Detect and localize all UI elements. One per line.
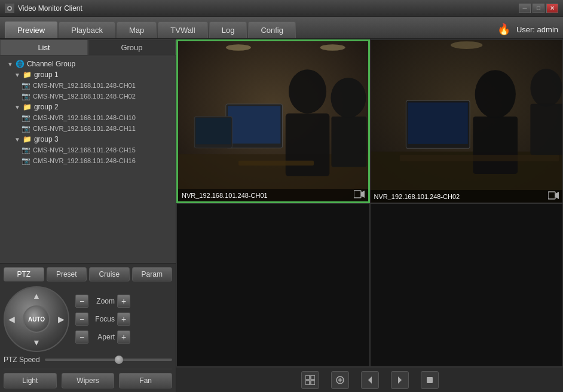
tree-ch16[interactable]: 📷 CMS-NVR_192.168.101.248-CH16: [2, 155, 173, 166]
tree-group-1[interactable]: ▼ 📁 group 1: [2, 69, 173, 80]
close-button[interactable]: ✕: [546, 4, 558, 13]
svg-point-15: [320, 44, 345, 51]
light-button[interactable]: Light: [4, 373, 57, 388]
svg-point-14: [226, 44, 251, 51]
channel-tree[interactable]: ▼ 🌐 Channel Group ▼ 📁 group 1 📷 CMS-NVR_…: [0, 56, 176, 263]
ptz-tab-param[interactable]: Param: [132, 267, 173, 281]
video-cell-ch01[interactable]: NVR_192.168.101.248-CH01: [176, 39, 370, 203]
left-panel: List Group ▼ 🌐 Channel Group ▼ 📁 group 1…: [0, 39, 176, 392]
zoom-plus-button[interactable]: +: [117, 295, 130, 308]
tree-ch10[interactable]: 📷 CMS-NVR_192.168.101.248-CH10: [2, 112, 173, 123]
joy-up-arrow[interactable]: ▲: [32, 291, 41, 301]
svg-marker-18: [361, 191, 365, 198]
svg-point-26: [530, 69, 562, 107]
apert-row: − Apert +: [75, 330, 172, 344]
svg-rect-16: [238, 161, 314, 166]
tab-map[interactable]: Map: [117, 22, 157, 38]
tree-ch15[interactable]: 📷 CMS-NVR_192.168.101.248-CH15: [2, 145, 173, 155]
svg-rect-27: [530, 104, 562, 155]
ch16-label: CMS-NVR_192.168.101.248-CH16: [33, 157, 136, 164]
tab-config[interactable]: Config: [248, 22, 296, 38]
main-layout: List Group ▼ 🌐 Channel Group ▼ 📁 group 1…: [0, 39, 563, 392]
minimize-button[interactable]: ─: [519, 4, 531, 13]
cam2-feed: [371, 40, 563, 203]
joy-down-arrow[interactable]: ▼: [32, 338, 41, 347]
focus-plus-button[interactable]: +: [117, 313, 130, 326]
user-label: User: admin: [516, 25, 558, 34]
ch15-icon: 📷: [22, 146, 30, 154]
maximize-button[interactable]: □: [533, 4, 544, 13]
focus-label: Focus: [91, 315, 115, 323]
ch01-label: CMS-NVR_192.168.101.248-CH01: [33, 82, 136, 89]
joystick[interactable]: ▲ ▼ ◀ ▶ AUTO: [4, 286, 69, 352]
video-cell-empty1[interactable]: [176, 203, 370, 367]
tab-tvwall[interactable]: TVWall: [158, 22, 207, 38]
joy-left-arrow[interactable]: ◀: [8, 314, 15, 324]
g3-label: group 3: [34, 135, 59, 143]
g2-arrow: ▼: [14, 104, 20, 111]
tree-ch02[interactable]: 📷 CMS-NVR_192.168.101.248-CH02: [2, 91, 173, 102]
prev-button[interactable]: [361, 371, 379, 389]
root-icon: 🌐: [16, 60, 25, 68]
svg-rect-25: [408, 103, 467, 144]
svg-rect-33: [311, 375, 315, 379]
zoom-minus-button[interactable]: −: [75, 295, 88, 308]
speed-thumb[interactable]: [115, 356, 123, 364]
tree-ch01[interactable]: 📷 CMS-NVR_192.168.101.248-CH01: [2, 80, 173, 91]
next-button[interactable]: [391, 371, 409, 389]
tree-root[interactable]: ▼ 🌐 Channel Group: [2, 59, 173, 69]
joy-right-arrow[interactable]: ▶: [58, 314, 65, 324]
apert-plus-button[interactable]: +: [117, 330, 130, 344]
ch11-label: CMS-NVR_192.168.101.248-CH11: [33, 125, 136, 132]
fan-button[interactable]: Fan: [119, 373, 172, 388]
svg-marker-39: [368, 376, 372, 384]
svg-marker-40: [398, 376, 402, 384]
ptz-speed-row: PTZ Speed: [4, 356, 172, 364]
ptz-sliders: − Zoom + − Focus + − Apert +: [75, 295, 172, 344]
nav-right: 🔥 User: admin: [497, 23, 558, 38]
cam1-feed: [178, 41, 368, 201]
ch02-label: CMS-NVR_192.168.101.248-CH02: [33, 93, 136, 100]
ch16-icon: 📷: [22, 157, 30, 165]
joystick-outer[interactable]: ▲ ▼ ◀ ▶ AUTO: [4, 286, 69, 352]
ptz-tab-preset[interactable]: Preset: [47, 267, 87, 281]
grid4-button[interactable]: [301, 371, 319, 389]
ptz-tab-ptz[interactable]: PTZ: [4, 267, 44, 281]
zoom-row: − Zoom +: [75, 295, 172, 308]
svg-rect-34: [305, 381, 310, 385]
titlebar: Video Monitor Client ─ □ ✕: [0, 0, 563, 17]
ch02-video-label: NVR_192.168.101.248-CH02: [371, 190, 563, 203]
list-group-tabs: List Group: [0, 39, 176, 56]
apert-minus-button[interactable]: −: [75, 330, 88, 344]
tab-playback[interactable]: Playback: [59, 22, 115, 38]
video-panel: NVR_192.168.101.248-CH01: [176, 39, 563, 392]
tree-group-3[interactable]: ▼ 📁 group 3: [2, 134, 173, 145]
svg-rect-28: [399, 155, 559, 161]
focus-row: − Focus +: [75, 313, 172, 326]
ptz-tab-buttons: PTZ Preset Cruise Param: [4, 267, 172, 281]
ptz-speed-slider[interactable]: [45, 359, 172, 361]
svg-point-2: [8, 7, 11, 10]
stop-button[interactable]: [421, 371, 439, 389]
ch01-video-text: NVR_192.168.101.248-CH01: [182, 192, 268, 199]
svg-point-5: [289, 69, 326, 114]
ch01-icon: 📷: [22, 81, 30, 90]
ptz-area: PTZ Preset Cruise Param ▲ ▼ ◀ ▶ AUTO: [0, 263, 176, 392]
svg-point-21: [475, 70, 515, 118]
tree-ch11[interactable]: 📷 CMS-NVR_192.168.101.248-CH11: [2, 123, 173, 134]
grid-full-button[interactable]: [331, 371, 349, 389]
tab-log[interactable]: Log: [209, 22, 247, 38]
g3-arrow: ▼: [14, 136, 20, 143]
ptz-tab-cruise[interactable]: Cruise: [89, 267, 130, 281]
video-cell-empty2[interactable]: [370, 203, 564, 367]
wipers-button[interactable]: Wipers: [62, 373, 115, 388]
svg-rect-22: [473, 117, 518, 174]
tab-preview[interactable]: Preview: [5, 22, 57, 38]
video-cell-ch02[interactable]: NVR_192.168.101.248-CH02: [370, 39, 564, 203]
joystick-center-button[interactable]: AUTO: [23, 305, 50, 333]
tab-list[interactable]: List: [0, 39, 88, 56]
tree-group-2[interactable]: ▼ 📁 group 2: [2, 102, 173, 112]
focus-minus-button[interactable]: −: [75, 313, 88, 326]
svg-rect-9: [228, 106, 280, 143]
tab-group[interactable]: Group: [88, 39, 176, 56]
